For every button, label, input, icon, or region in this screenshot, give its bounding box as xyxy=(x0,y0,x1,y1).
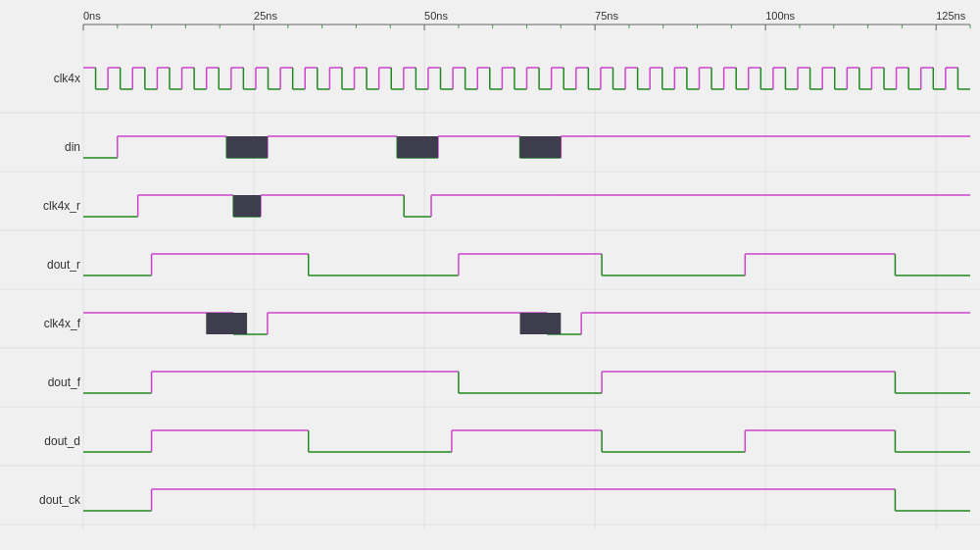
waveform-container xyxy=(0,0,980,550)
waveform-canvas xyxy=(0,0,980,550)
